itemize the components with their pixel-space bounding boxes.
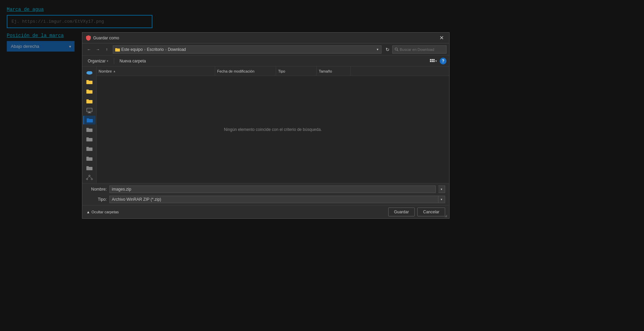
search-bar[interactable] [392,45,446,54]
folder-icon [86,156,92,161]
folder-icon [86,166,92,170]
folder-icon [86,127,92,132]
sidebar [82,66,97,183]
svg-rect-6 [433,59,435,60]
sidebar-item-folder3[interactable] [83,97,96,105]
breadcrumb-desktop[interactable]: Escritorio [147,47,164,52]
sidebar-item-folder5[interactable] [83,135,96,143]
svg-point-34 [89,175,90,176]
filetype-row: Tipo: ▾ [82,195,449,205]
breadcrumb-current[interactable]: Download [168,47,186,52]
svg-point-12 [89,71,92,74]
hide-folders-button[interactable]: ▲ Ocultar carpetas [86,210,119,214]
sidebar-item-folder2[interactable] [83,87,96,96]
sidebar-item-folder7[interactable] [83,154,96,163]
file-list-body[interactable]: Ningún elemento coincide con el criterio… [97,76,449,183]
cancel-button[interactable]: Cancelar [417,208,445,216]
folder-icon [86,137,92,141]
svg-rect-14 [86,80,89,82]
file-list-area: Nombre ▲ Fecha de modificación Tipo Tama… [97,66,449,183]
sidebar-item-this-pc[interactable] [83,106,96,115]
folder-icon [86,146,92,151]
sidebar-item-network[interactable] [83,173,96,182]
grid-icon [430,59,435,63]
svg-rect-7 [430,61,431,62]
network-icon [86,175,93,180]
column-header-size[interactable]: Tamaño [317,66,351,76]
search-input[interactable] [400,47,444,52]
folder-icon [87,118,93,122]
back-button[interactable]: ← [85,45,93,54]
svg-rect-18 [86,99,89,101]
filetype-input[interactable] [109,196,438,203]
svg-point-35 [86,178,88,180]
svg-line-37 [87,176,89,178]
monitor-icon [86,108,93,113]
svg-rect-31 [86,157,89,158]
dialog-titlebar: Guardar como ✕ [82,33,449,43]
chevron-down-icon: ▾ [107,59,108,63]
cloud-icon [86,70,93,75]
action-row: ▲ Ocultar carpetas Guardar Cancelar [82,205,449,218]
svg-rect-29 [86,147,89,149]
navigation-bar: ← → ↑ Este equipo › Escritorio › Downloa… [82,43,449,56]
view-dropdown-arrow: ▾ [435,59,437,63]
save-button[interactable]: Guardar [388,208,415,216]
svg-rect-33 [86,166,89,168]
view-button[interactable]: ▾ [429,57,438,65]
breadcrumb-dropdown-button[interactable]: ▾ [376,47,379,51]
toolbar: Organizar ▾ Nueva carpeta ▾ ? [82,56,449,66]
column-header-date[interactable]: Fecha de modificación [215,66,276,76]
svg-point-2 [395,48,397,50]
file-list-header: Nombre ▲ Fecha de modificación Tipo Tama… [97,66,449,76]
svg-line-38 [89,176,92,178]
sort-arrow-icon: ▲ [113,70,116,73]
svg-rect-19 [87,108,92,112]
svg-rect-20 [88,112,90,113]
svg-rect-8 [432,61,433,62]
folder-icon [86,79,92,84]
filename-dropdown-button[interactable]: ▾ [438,186,445,193]
search-icon [395,47,398,51]
column-header-name[interactable]: Nombre ▲ [97,66,215,76]
svg-rect-27 [86,137,89,139]
sidebar-item-folder8[interactable] [83,163,96,172]
svg-point-36 [91,178,92,180]
svg-rect-16 [86,90,89,91]
sidebar-item-download[interactable] [83,116,96,124]
sidebar-item-onedrive[interactable] [83,68,96,77]
svg-rect-9 [433,61,435,62]
sidebar-item-folder6[interactable] [83,144,96,153]
empty-message: Ningún elemento coincide con el criterio… [224,127,322,132]
dialog-bottom: Nombre: ▾ Tipo: ▾ ▲ Ocultar carpetas Gua… [82,183,449,218]
filename-label: Nombre: [86,187,107,192]
toolbar-separator [114,58,114,64]
shield-icon [86,35,91,41]
chevron-up-icon: ▲ [86,210,90,214]
sidebar-item-folder4[interactable] [83,125,96,134]
filename-row: Nombre: ▾ [82,183,449,195]
folder-icon [115,47,120,52]
breadcrumb-this-pc[interactable]: Este equipo [121,47,143,52]
save-dialog: Guardar como ✕ ← → ↑ Este equipo › Escri… [82,32,450,219]
new-folder-button[interactable]: Nueva carpeta [117,57,149,65]
filename-input[interactable] [109,186,436,193]
forward-button[interactable]: → [94,45,102,54]
refresh-button[interactable]: ↻ [383,45,392,54]
dialog-content: Nombre ▲ Fecha de modificación Tipo Tama… [82,66,449,183]
column-header-type[interactable]: Tipo [276,66,317,76]
filetype-dropdown-button[interactable]: ▾ [438,196,445,203]
sidebar-item-folder1[interactable] [83,77,96,86]
svg-rect-23 [87,118,89,120]
close-button[interactable]: ✕ [437,34,446,42]
folder-icon [86,89,92,94]
help-button[interactable]: ? [440,58,446,64]
svg-rect-1 [115,48,117,50]
organize-button[interactable]: Organizar ▾ [85,57,111,65]
resize-handle[interactable]: ◢ [444,214,449,218]
folder-icon [86,99,92,103]
action-buttons: Guardar Cancelar [388,208,445,216]
breadcrumb-bar[interactable]: Este equipo › Escritorio › Download ▾ [113,45,381,54]
svg-line-3 [397,50,398,51]
up-button[interactable]: ↑ [103,45,111,54]
